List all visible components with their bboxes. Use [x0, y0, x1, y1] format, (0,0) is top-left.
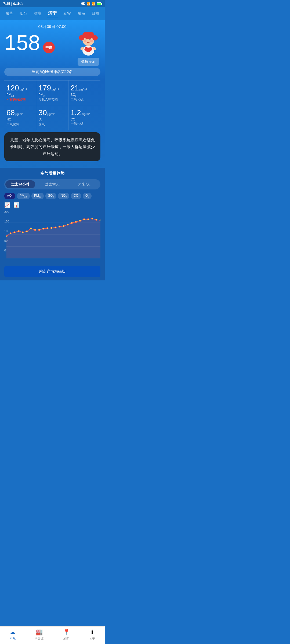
svg-point-40	[96, 219, 97, 221]
so2-value: 21 μg/m³	[71, 84, 98, 92]
svg-point-24	[30, 228, 32, 229]
trend-chart-svg	[6, 210, 100, 258]
svg-point-36	[79, 220, 81, 221]
time-tab-30d[interactable]: 过去30天	[37, 180, 67, 188]
aqi-row: 158 中度	[4, 32, 100, 66]
aqi-level-badge: 中度	[43, 42, 55, 53]
chart-area: 200 150 100 50 0	[4, 210, 100, 264]
main-content: 03月09日 07:00 158 中度	[0, 20, 105, 168]
svg-point-7	[92, 35, 98, 41]
status-icons: HD 📶 📶	[81, 2, 102, 6]
svg-point-28	[46, 227, 48, 229]
city-jining[interactable]: 济宁	[47, 10, 58, 17]
chart-type-icons: 📈 📊	[4, 202, 100, 208]
line-chart-icon[interactable]: 📈	[4, 202, 10, 208]
svg-point-9	[90, 40, 93, 42]
time-tab-7d[interactable]: 未来7天	[70, 180, 99, 188]
hd-label: HD	[81, 2, 85, 6]
signal-icon: 📶	[86, 2, 90, 6]
aqi-value: 158	[4, 31, 40, 54]
svg-point-30	[55, 226, 56, 228]
o3-value: 30 μg/m³	[38, 108, 66, 117]
no2-value: 68 μg/m³	[6, 108, 34, 117]
tab-o3[interactable]: O3	[83, 193, 92, 199]
svg-point-21	[18, 230, 20, 232]
svg-point-27	[42, 228, 44, 229]
svg-point-34	[71, 222, 73, 224]
bar-chart-icon[interactable]: 📊	[13, 202, 19, 208]
pollutant-so2: 21 μg/m³ SO2 二氧化硫	[68, 80, 100, 105]
tab-no2[interactable]: NO2	[58, 193, 69, 199]
tab-pm25[interactable]: PM2.5	[17, 193, 30, 199]
trend-title: 空气质量趋势	[4, 171, 100, 176]
pm25-value: 120 μg/m³	[6, 84, 34, 92]
pollutant-filter-tabs: AQI PM2.5 PM10 SO2 NO2 CO O3	[4, 193, 100, 199]
tab-aqi[interactable]: AQI	[4, 193, 15, 199]
aqi-display: 158 中度	[4, 32, 55, 56]
ranking-banner: 当前AQI全省排名第12名	[4, 68, 100, 76]
pollutant-o3: 30 μg/m³ O3 臭氧	[36, 105, 68, 130]
pollutant-no2: 68 μg/m³ NO2 二氧化氮	[4, 105, 36, 130]
svg-point-19	[10, 232, 11, 234]
mascot-image	[76, 32, 100, 56]
status-time: 7:35 | 0.1K/s	[3, 2, 23, 6]
battery-icon	[97, 2, 102, 5]
time-tabs: 过去24小时 过去30天 未来7天	[4, 179, 100, 189]
city-weihai[interactable]: 威海	[77, 11, 86, 17]
aqi-section: 158 中度	[4, 32, 55, 56]
tab-pm10[interactable]: PM10	[31, 193, 44, 199]
co-value: 1.2 mg/m³	[71, 108, 98, 117]
svg-point-20	[14, 231, 15, 233]
svg-point-29	[50, 227, 52, 229]
svg-point-8	[84, 40, 86, 42]
city-nav: 东营 烟台 潍坊 济宁 泰安 威海 日照	[0, 7, 105, 20]
city-yantai[interactable]: 烟台	[19, 11, 28, 17]
svg-point-6	[79, 35, 84, 41]
svg-point-25	[34, 229, 36, 230]
svg-point-22	[22, 231, 24, 233]
pollutant-co: 1.2 mg/m³ CO 一氧化碳	[68, 105, 100, 130]
date-time: 03月09日 07:00	[4, 24, 100, 29]
pollutant-pm25: 120 μg/m³ PM2.5 首要污染物	[4, 80, 36, 105]
scan-button[interactable]: 站点详情精确扫	[4, 266, 100, 277]
pm10-value: 179 μg/m³	[38, 84, 66, 92]
wifi-icon: 📶	[92, 2, 96, 6]
health-warning: 儿童、老年人及心脏病、呼吸系统疾病患者避免长时间、高强度的户外锻炼，一般人群适量…	[4, 132, 100, 162]
pollutant-pm10: 179 μg/m³ PM10 可吸入颗粒物	[36, 80, 68, 105]
svg-point-35	[75, 221, 77, 223]
svg-point-18	[6, 235, 7, 237]
mascot-area: 健康提示	[76, 32, 100, 66]
svg-point-23	[26, 230, 28, 232]
pollutant-grid: 120 μg/m³ PM2.5 首要污染物 179 μg/m³ PM10 可吸入…	[4, 80, 100, 130]
city-weifang[interactable]: 潍坊	[33, 11, 42, 17]
status-bar: 7:35 | 0.1K/s HD 📶 📶	[0, 0, 105, 7]
health-tip-button[interactable]: 健康提示	[78, 58, 99, 66]
svg-point-26	[38, 229, 40, 230]
tab-co[interactable]: CO	[71, 193, 81, 199]
svg-point-39	[91, 218, 93, 219]
svg-point-32	[63, 225, 64, 227]
svg-point-31	[59, 226, 60, 227]
svg-point-38	[87, 218, 89, 220]
city-rizhao[interactable]: 日照	[90, 11, 100, 17]
city-taian[interactable]: 泰安	[62, 11, 72, 17]
tab-so2[interactable]: SO2	[45, 193, 56, 199]
city-dongying[interactable]: 东营	[4, 11, 14, 17]
svg-marker-17	[6, 218, 100, 258]
svg-point-33	[67, 224, 68, 225]
time-tab-24h[interactable]: 过去24小时	[5, 180, 35, 188]
svg-point-41	[100, 219, 100, 221]
trend-section: 空气质量趋势 过去24小时 过去30天 未来7天 AQI PM2.5 PM10 …	[0, 168, 105, 280]
svg-point-37	[83, 218, 85, 220]
